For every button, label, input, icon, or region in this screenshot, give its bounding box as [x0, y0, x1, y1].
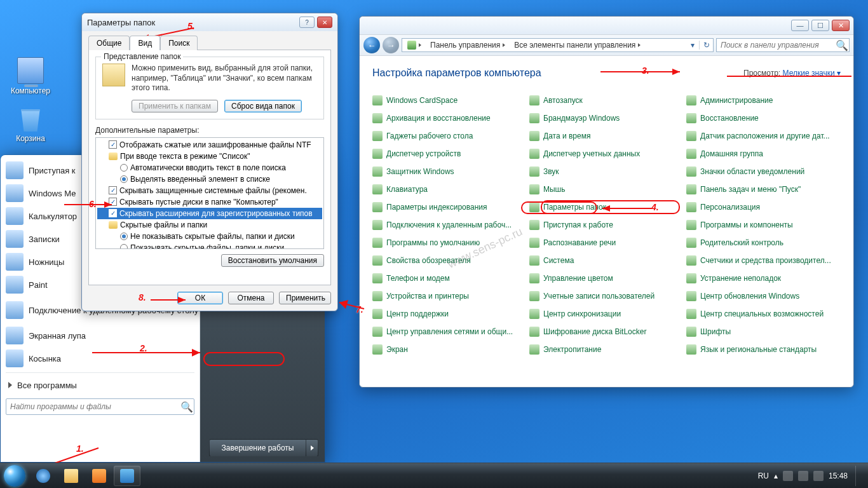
lang-indicator[interactable]: RU — [758, 471, 769, 480]
control-panel-item[interactable]: Windows CardSpace — [372, 93, 527, 108]
help-button[interactable]: ? — [299, 17, 315, 28]
control-panel-item[interactable]: Защитник Windows — [372, 164, 527, 179]
address-bar[interactable]: Панель управления Все элементы панели уп… — [402, 38, 714, 52]
cancel-button[interactable]: Отмена — [228, 292, 274, 304]
apply-button[interactable]: Применить — [279, 292, 331, 304]
control-panel-item[interactable]: Родительский контроль — [686, 235, 841, 250]
nav-forward-button[interactable]: → — [383, 37, 399, 53]
tree-node[interactable]: Показывать скрытые файлы, папки и диски — [97, 242, 322, 249]
flag-icon[interactable] — [783, 471, 793, 481]
control-panel-item[interactable]: Датчик расположения и другие дат... — [686, 128, 841, 144]
maximize-button[interactable]: ☐ — [811, 20, 829, 31]
tree-node[interactable]: Не показывать скрытые файлы, папки и дис… — [97, 231, 322, 242]
tree-node[interactable]: ✓Скрывать защищенные системные файлы (ре… — [97, 185, 322, 196]
control-panel-item[interactable]: Электропитание — [529, 342, 684, 357]
control-panel-item[interactable]: Параметры индексирования — [372, 200, 527, 215]
restore-defaults-button[interactable]: Восстановить умолчания — [221, 254, 324, 267]
close-button[interactable]: ✕ — [832, 20, 850, 31]
taskbar-app-button[interactable] — [114, 466, 140, 486]
control-panel-item[interactable]: Панель задач и меню "Пуск" — [686, 182, 841, 197]
tray-expand-icon[interactable]: ▴ — [774, 471, 778, 480]
close-button[interactable]: ✕ — [317, 17, 332, 28]
shutdown-button[interactable]: Завершение работы — [209, 439, 306, 457]
nav-back-button[interactable]: ← — [363, 37, 380, 53]
tree-node[interactable]: ✓Скрывать пустые диски в папке "Компьюте… — [97, 196, 322, 208]
control-panel-item[interactable]: Программы по умолчанию — [372, 235, 527, 250]
tree-node[interactable]: При вводе текста в режиме "Список" — [97, 151, 322, 162]
control-panel-item[interactable]: Клавиатура — [372, 182, 527, 197]
network-icon[interactable] — [798, 471, 808, 481]
control-panel-item[interactable]: Дата и время — [529, 128, 684, 144]
control-panel-item[interactable]: Устройства и принтеры — [372, 288, 527, 304]
apply-to-folders-button[interactable]: Применить к папкам — [132, 100, 218, 112]
control-panel-item[interactable]: Администрирование — [686, 93, 841, 108]
advanced-settings-tree[interactable]: ✓Отображать сжатые или зашифрованные фай… — [95, 137, 324, 249]
search-box[interactable]: 🔍 — [716, 38, 850, 52]
taskbar-explorer-button[interactable] — [58, 466, 85, 486]
control-panel-item[interactable]: Гаджеты рабочего стола — [372, 128, 527, 144]
control-panel-item[interactable]: Автозапуск — [529, 93, 684, 108]
start-search-box[interactable]: 🔍 — [6, 398, 194, 415]
tree-node[interactable]: ✓Скрывать расширения для зарегистрирован… — [97, 208, 322, 219]
control-panel-item[interactable]: Архивация и восстановление — [372, 111, 527, 126]
control-panel-item[interactable]: Телефон и модем — [372, 271, 527, 286]
reset-folders-button[interactable]: Сброс вида папок — [224, 100, 302, 112]
control-panel-item[interactable]: Программы и компоненты — [686, 217, 841, 233]
control-panel-item[interactable]: Система — [529, 253, 684, 268]
tab-general[interactable]: Общие — [88, 36, 130, 50]
start-button[interactable] — [0, 463, 29, 489]
control-panel-item[interactable]: Учетные записи пользователей — [529, 288, 684, 304]
control-panel-item[interactable]: Центр синхронизации — [529, 306, 684, 322]
shutdown-options-arrow[interactable] — [306, 439, 318, 457]
tab-search[interactable]: Поиск — [160, 36, 198, 50]
control-panel-item[interactable]: Персонализация — [686, 200, 841, 215]
view-mode-dropdown[interactable]: Мелкие значки ▾ — [783, 69, 841, 78]
control-panel-item[interactable]: Экран — [372, 342, 527, 357]
control-panel-item[interactable]: Управление цветом — [529, 271, 684, 286]
control-panel-item[interactable]: Шрифты — [686, 324, 841, 339]
volume-icon[interactable] — [813, 471, 824, 481]
control-panel-item[interactable]: Счетчики и средства производител... — [686, 253, 841, 268]
tree-node[interactable]: Выделять введенный элемент в списке — [97, 173, 322, 185]
control-panel-item[interactable]: Центр обновления Windows — [686, 288, 841, 304]
control-panel-item[interactable]: Центр специальных возможностей — [686, 306, 841, 322]
control-panel-item[interactable]: Приступая к работе — [529, 217, 684, 233]
control-panel-item[interactable]: Брандмауэр Windows — [529, 111, 684, 126]
tree-node[interactable]: Скрытые файлы и папки — [97, 219, 322, 231]
desktop-icon-computer[interactable]: Компьютер — [6, 57, 55, 95]
tab-view[interactable]: Вид — [130, 36, 160, 50]
desktop-icon-recycle-bin[interactable]: Корзина — [6, 105, 55, 143]
tree-node[interactable]: Автоматически вводить текст в поле поиск… — [97, 162, 322, 173]
control-panel-item[interactable]: Язык и региональные стандарты — [686, 342, 841, 357]
tree-node[interactable]: ✓Отображать сжатые или зашифрованные фай… — [97, 139, 322, 151]
control-panel-item[interactable]: Восстановление — [686, 111, 841, 126]
search-input[interactable] — [717, 41, 835, 50]
clock[interactable]: 15:48 — [829, 471, 848, 480]
control-panel-item[interactable]: Свойства обозревателя — [372, 253, 527, 268]
ok-button[interactable]: ОК — [177, 292, 223, 304]
window-titlebar[interactable]: — ☐ ✕ — [360, 17, 853, 34]
start-search-input[interactable] — [6, 402, 180, 411]
control-panel-item[interactable]: Параметры папок — [529, 200, 684, 215]
control-panel-item[interactable]: Центр поддержки — [372, 306, 527, 322]
control-panel-item[interactable]: Устранение неполадок — [686, 271, 841, 286]
control-panel-item[interactable]: Домашняя группа — [686, 146, 841, 161]
control-panel-item[interactable]: Распознавание речи — [529, 235, 684, 250]
control-panel-item[interactable]: Центр управления сетями и общи... — [372, 324, 527, 339]
control-panel-item[interactable]: Диспетчер учетных данных — [529, 146, 684, 161]
minimize-button[interactable]: — — [791, 20, 809, 31]
control-panel-item[interactable]: Диспетчер устройств — [372, 146, 527, 161]
show-desktop-button[interactable] — [855, 466, 860, 486]
start-menu-item[interactable]: Экранная лупа — [2, 324, 198, 347]
taskbar-media-button[interactable] — [86, 466, 112, 486]
control-panel-item[interactable]: Шифрование диска BitLocker — [529, 324, 684, 339]
control-panel-item[interactable]: Мышь — [529, 182, 684, 197]
control-panel-item[interactable]: Значки области уведомлений — [686, 164, 841, 179]
refresh-button[interactable]: ↻ — [699, 41, 713, 50]
control-panel-item[interactable]: Подключения к удаленным рабоч... — [372, 217, 527, 233]
control-panel-item[interactable]: Звук — [529, 164, 684, 179]
all-programs-button[interactable]: Все программы — [2, 376, 198, 395]
dialog-titlebar[interactable]: Параметры папок ? ✕ — [82, 13, 337, 31]
start-menu-item[interactable]: Косынка — [2, 347, 198, 370]
taskbar-ie-button[interactable] — [30, 466, 57, 486]
